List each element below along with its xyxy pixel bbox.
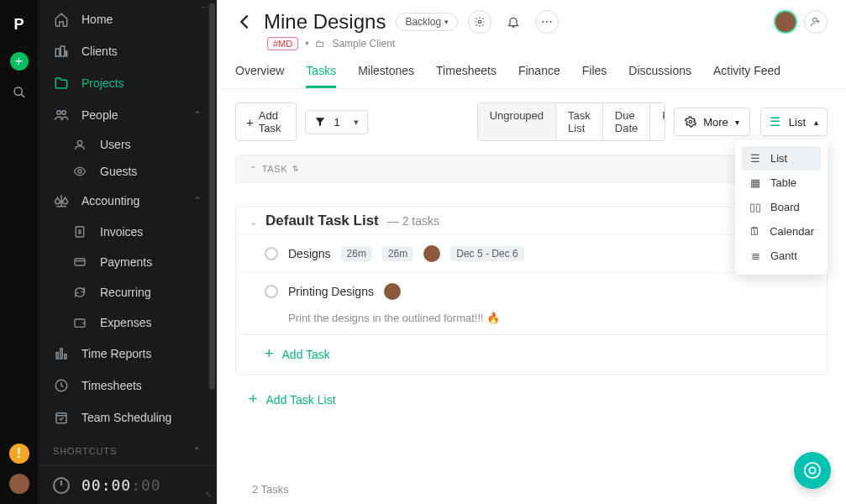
nav-label: Team Scheduling	[81, 411, 171, 424]
view-dropdown: ☰ List ▦ Table ▯▯ Board 🗓 Calendar	[735, 139, 828, 275]
section-title: Default Task List	[265, 213, 379, 229]
nav-timesheets[interactable]: Timesheets	[38, 370, 217, 402]
svg-rect-4	[66, 51, 67, 56]
tab-tasks[interactable]: Tasks	[306, 59, 336, 88]
nav-projects[interactable]: Projects	[38, 67, 217, 99]
view-option-gantt[interactable]: ≣ Gantt	[742, 244, 821, 268]
nav-invoices[interactable]: Invoices	[63, 217, 217, 247]
tab-files[interactable]: Files	[582, 59, 607, 88]
nav-label: Recurring	[100, 286, 151, 299]
nav-label: Guests	[100, 165, 137, 178]
nav-users[interactable]: Users	[63, 131, 217, 158]
list-icon: ☰	[770, 114, 780, 129]
invoice-icon	[71, 225, 88, 239]
rail-alert-badge[interactable]: !	[9, 444, 29, 464]
nav-label: Accounting	[81, 194, 139, 207]
view-option-label: Table	[770, 176, 796, 189]
task-assignee-avatar[interactable]	[384, 283, 401, 300]
add-task-inline[interactable]: + Add Task	[236, 334, 827, 375]
nav-accounting[interactable]: Accounting ⌃	[38, 185, 217, 217]
view-option-table[interactable]: ▦ Table	[742, 171, 821, 195]
view-option-board[interactable]: ▯▯ Board	[742, 195, 821, 219]
nav-expenses[interactable]: Expenses	[63, 307, 217, 338]
nav-recurring[interactable]: Recurring	[63, 277, 217, 307]
nav-home[interactable]: Home	[38, 3, 217, 35]
timer-bar[interactable]: 00:00:00	[38, 465, 217, 504]
view-option-label: Gantt	[770, 249, 797, 262]
task-name: Printing Designs	[288, 285, 374, 298]
group-priority[interactable]: Priority	[650, 103, 665, 140]
add-member-button[interactable]	[804, 10, 828, 34]
assignee-avatar[interactable]	[774, 10, 797, 34]
settings-button[interactable]	[468, 10, 491, 34]
task-checkbox[interactable]	[265, 285, 278, 298]
nav-guests[interactable]: Guests	[63, 158, 217, 185]
folder-icon	[53, 76, 70, 91]
group-ungrouped[interactable]: Ungrouped	[478, 103, 556, 140]
view-option-calendar[interactable]: 🗓 Calendar	[742, 219, 821, 244]
more-button[interactable]: More ▾	[674, 108, 750, 136]
tab-discussions[interactable]: Discussions	[628, 59, 691, 88]
scrollbar-thumb[interactable]	[209, 3, 215, 390]
people-icon	[53, 108, 70, 123]
plus-icon: +	[265, 345, 274, 363]
app-logo[interactable]: P	[10, 15, 29, 34]
view-selector[interactable]: ☰ List ▴	[760, 108, 828, 136]
time-pill: 26m	[341, 246, 372, 261]
tab-activity-feed[interactable]: Activity Feed	[713, 59, 780, 88]
shortcuts-label: SHORTCUTS	[53, 446, 117, 456]
add-tasklist-label: Add Task List	[266, 393, 336, 407]
svg-rect-2	[55, 49, 60, 56]
view-option-list[interactable]: ☰ List	[742, 146, 821, 171]
shortcuts-header[interactable]: SHORTCUTS ⌃	[38, 433, 217, 462]
filter-button[interactable]: 1 ▾	[305, 110, 368, 134]
gear-icon	[685, 116, 696, 128]
notifications-button[interactable]	[502, 10, 525, 34]
project-tag[interactable]: #MD	[267, 37, 298, 50]
back-button[interactable]	[235, 13, 254, 31]
more-menu-button[interactable]: ⋯	[535, 10, 559, 34]
tab-milestones[interactable]: Milestones	[358, 59, 414, 88]
client-folder-icon: 🗀	[315, 38, 325, 50]
breadcrumb-separator: •	[305, 38, 308, 50]
svg-rect-15	[65, 354, 66, 359]
funnel-icon	[314, 116, 326, 128]
task-checkbox[interactable]	[265, 247, 278, 260]
project-title: Mine Designs	[264, 10, 386, 34]
nav-clients[interactable]: Clients	[38, 35, 217, 67]
tab-finance[interactable]: Finance	[518, 59, 560, 88]
tab-timesheets[interactable]: Timesheets	[436, 59, 497, 88]
client-name[interactable]: Sample Client	[332, 38, 395, 50]
group-task-list[interactable]: Task List	[556, 103, 603, 140]
nav-team-scheduling[interactable]: Team Scheduling	[38, 402, 217, 433]
task-description: Print the designs in the outlined format…	[236, 310, 827, 334]
timer-readout: 00:00:00	[81, 476, 161, 494]
rail-add-button[interactable]: +	[10, 52, 29, 71]
rail-user-avatar[interactable]	[9, 474, 29, 494]
gantt-icon: ≣	[749, 249, 762, 262]
svg-rect-17	[56, 413, 66, 423]
task-row[interactable]: Printing Designs	[236, 272, 827, 310]
task-assignee-avatar[interactable]	[423, 245, 440, 262]
calendar-check-icon	[53, 410, 70, 425]
nav-time-reports[interactable]: Time Reports	[38, 338, 217, 370]
nav-label: People	[81, 108, 118, 122]
nav-payments[interactable]: Payments	[63, 247, 217, 277]
card-icon	[71, 255, 88, 269]
rail-search-icon[interactable]	[13, 86, 26, 99]
svg-rect-3	[60, 46, 65, 56]
wallet-icon	[71, 316, 88, 329]
svg-line-1	[21, 94, 24, 97]
sidebar-expand-handle[interactable]: ⤡	[205, 490, 212, 499]
add-task-button[interactable]: + Add Task	[235, 102, 297, 141]
svg-point-18	[478, 20, 481, 24]
group-due-date[interactable]: Due Date	[603, 103, 650, 140]
add-task-list[interactable]: + Add Task List	[235, 375, 828, 423]
nav-people[interactable]: People ⌃	[38, 99, 217, 131]
more-label: More	[703, 116, 728, 129]
chevron-up-icon: ⌃	[192, 445, 202, 457]
scales-icon	[53, 193, 70, 208]
support-fab[interactable]	[794, 452, 831, 489]
tab-overview[interactable]: Overview	[235, 59, 284, 88]
status-selector[interactable]: Backlog ▾	[396, 13, 458, 31]
